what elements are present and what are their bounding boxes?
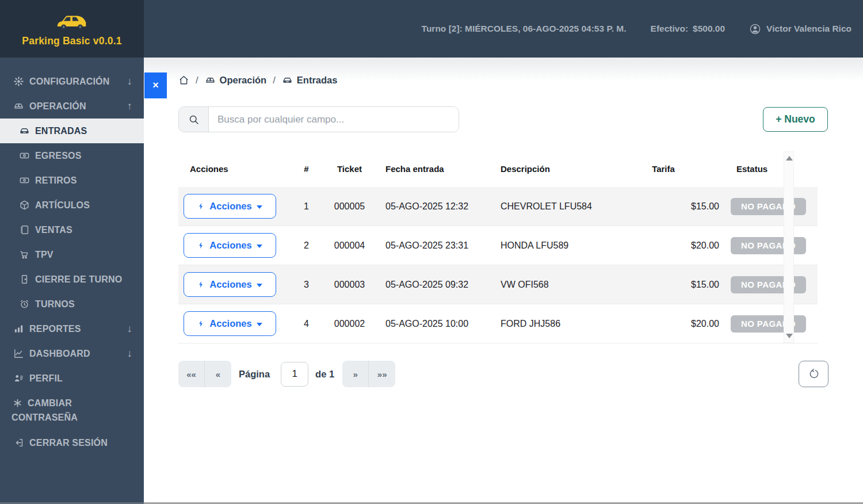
breadcrumb-operacion[interactable]: Operación: [205, 75, 267, 86]
refresh-icon: [808, 368, 820, 380]
ticket-number: 000005: [322, 201, 377, 212]
user-name: Victor Valencia Rico: [766, 24, 851, 34]
asterisk-icon: [12, 398, 23, 409]
main-content: × / Operación / Entradas + Nuevo Accione…: [144, 58, 863, 502]
next-page-button[interactable]: »: [342, 361, 369, 387]
breadcrumb-home[interactable]: [178, 75, 189, 86]
sidebar-item-label: REPORTES: [29, 324, 81, 334]
home-icon: [178, 75, 189, 86]
sidebar-item-cierre-de-turno[interactable]: CIERRE DE TURNO: [0, 267, 144, 292]
app-logo: Parking Basic v0.0.1: [0, 0, 144, 58]
status-badge: NO PAGADO: [731, 237, 806, 254]
cart-icon: [18, 249, 30, 261]
user-menu[interactable]: Victor Valencia Rico: [749, 23, 851, 35]
new-entry-button[interactable]: + Nuevo: [763, 107, 828, 132]
sidebar-nav: CONFIGURACIÓN ↓ OPERACIÓN ↑ ENTRADAS EGR…: [0, 58, 144, 455]
description: FORD JHJ586: [489, 319, 621, 329]
sidebar: Parking Basic v0.0.1 CONFIGURACIÓN ↓ OPE…: [0, 0, 144, 502]
entries-table: Acciones # Ticket Fecha entrada Descripc…: [178, 151, 818, 343]
page-number-input[interactable]: [281, 362, 308, 387]
shift-info: Turno [2]: MIÉRCOLES, 06-AGO-2025 04:53 …: [422, 24, 627, 34]
chevron-down-icon: ↓: [127, 75, 132, 87]
status-badge: NO PAGADO: [731, 276, 806, 293]
entry-date: 05-AGO-2025 09:32: [377, 280, 489, 290]
sidebar-item-cerrar-sesion[interactable]: CERRAR SESIÓN: [0, 430, 144, 455]
banknote-icon: [18, 175, 30, 186]
refresh-button[interactable]: [799, 361, 828, 387]
journal-icon: [18, 224, 30, 236]
sidebar-item-operacion[interactable]: OPERACIÓN ↑: [0, 94, 144, 119]
sidebar-item-label: TURNOS: [35, 299, 75, 310]
sidebar-item-ventas[interactable]: VENTAS: [0, 217, 144, 242]
breadcrumb-entradas[interactable]: Entradas: [282, 75, 338, 86]
ticket-number: 000004: [322, 240, 377, 251]
last-page-button[interactable]: »»: [369, 361, 395, 387]
row-actions-button[interactable]: Acciones: [184, 311, 276, 336]
lightning-icon: [197, 240, 205, 250]
sidebar-item-label: ENTRADAS: [35, 126, 87, 136]
sidebar-item-turnos[interactable]: TURNOS: [0, 292, 144, 316]
sidebar-item-retiros[interactable]: RETIROS: [0, 168, 144, 193]
pagination-back-group: «« «: [178, 361, 231, 387]
sidebar-item-label: CONFIGURACIÓN: [29, 77, 109, 87]
user-list-icon: [13, 373, 24, 384]
lightning-icon: [197, 201, 205, 211]
bar-chart-icon: [13, 323, 24, 335]
prev-page-button[interactable]: «: [205, 361, 231, 387]
door-icon: [18, 274, 30, 285]
alarm-clock-icon: [18, 299, 30, 310]
column-header: Descripción: [489, 164, 621, 174]
row-actions-button[interactable]: Acciones: [184, 233, 276, 258]
pagination: «« « Página de 1 » »»: [178, 361, 395, 387]
sidebar-item-label: PERFIL: [29, 373, 63, 384]
caret-down-icon: [257, 284, 262, 287]
sidebar-close-button[interactable]: ×: [144, 72, 167, 98]
sidebar-item-reportes[interactable]: REPORTES ↓: [0, 316, 144, 341]
lightning-icon: [197, 280, 205, 289]
sidebar-item-label: TPV: [35, 250, 54, 260]
breadcrumb-separator: /: [196, 75, 198, 86]
sidebar-item-cambiar-contrasena[interactable]: CAMBIAR CONTRASEÑA: [0, 391, 144, 430]
scroll-down-icon[interactable]: [786, 334, 793, 338]
ticket-number: 000003: [322, 280, 377, 290]
app-window: Parking Basic v0.0.1 CONFIGURACIÓN ↓ OPE…: [0, 0, 863, 504]
sidebar-item-tpv[interactable]: TPV: [0, 242, 144, 267]
sidebar-item-label: VENTAS: [35, 225, 72, 235]
entry-date: 05-AGO-2025 12:32: [377, 201, 489, 212]
sidebar-item-dashboard[interactable]: DASHBOARD ↓: [0, 341, 144, 366]
sidebar-item-label: DASHBOARD: [29, 349, 90, 359]
sidebar-item-egresos[interactable]: EGRESOS: [0, 143, 144, 168]
caret-down-icon: [257, 323, 262, 326]
cash-summary: Efectivo: $500.00: [651, 24, 725, 34]
caret-down-icon: [257, 205, 262, 209]
table-row: Acciones 3 000003 05-AGO-2025 09:32 VW O…: [178, 265, 818, 304]
sidebar-item-configuracion[interactable]: CONFIGURACIÓN ↓: [0, 69, 144, 94]
car-icon: [18, 125, 30, 137]
row-actions-button[interactable]: Acciones: [184, 194, 276, 219]
row-number: 4: [291, 319, 322, 329]
app-title: Parking Basic v0.0.1: [22, 35, 121, 47]
cash-value: $500.00: [693, 24, 725, 34]
car-icon: [282, 75, 293, 86]
first-page-button[interactable]: ««: [178, 361, 205, 387]
table-scrollbar[interactable]: [784, 151, 794, 343]
sidebar-item-entradas[interactable]: ENTRADAS: [0, 119, 144, 143]
user-circle-icon: [749, 23, 761, 35]
rate: $20.00: [621, 319, 719, 329]
row-actions-button[interactable]: Acciones: [184, 272, 276, 297]
search-input[interactable]: [209, 107, 459, 132]
car-logo-icon: [55, 11, 89, 32]
sidebar-item-articulos[interactable]: ARTÍCULOS: [0, 193, 144, 217]
logout-icon: [13, 437, 24, 449]
caret-down-icon: [257, 245, 262, 248]
line-chart-icon: [13, 348, 24, 360]
row-number: 1: [291, 201, 322, 212]
sidebar-item-perfil[interactable]: PERFIL: [0, 366, 144, 391]
lightning-icon: [197, 319, 205, 329]
entry-date: 05-AGO-2025 23:31: [377, 240, 489, 251]
pagination-forward-group: » »»: [342, 361, 395, 387]
page-total-label: de 1: [315, 369, 334, 380]
column-header: Acciones: [178, 164, 291, 174]
scroll-up-icon[interactable]: [786, 156, 793, 161]
banknote-icon: [18, 150, 30, 162]
